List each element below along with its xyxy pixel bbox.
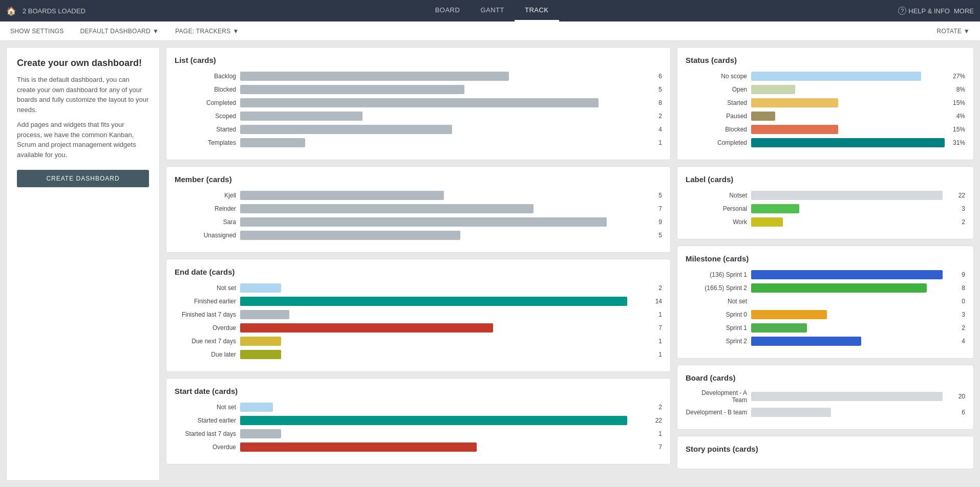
startdate-row: Not set 2 — [175, 403, 662, 412]
milestone-row: (136) Sprint 1 9 — [686, 270, 965, 279]
left-panel-title: Create your own dashboard! — [17, 58, 149, 69]
status-row: Open 8% — [686, 85, 965, 94]
enddate-row: Finished earlier 14 — [175, 297, 662, 306]
chevron-down-icon-2: ▼ — [233, 28, 239, 35]
create-dashboard-button[interactable]: CREATE DASHBOARD — [17, 170, 149, 187]
help-info-button[interactable]: ? HELP & INFO — [898, 7, 950, 15]
home-icon[interactable]: 🏠 — [6, 6, 16, 16]
board-row: Development - B team 6 — [686, 408, 965, 417]
tab-board[interactable]: BOARD — [425, 0, 471, 21]
show-settings-button[interactable]: SHOW SETTINGS — [6, 26, 68, 37]
list-row: Scoped 2 — [175, 112, 662, 121]
page-trackers-button[interactable]: PAGE: TRACKERS ▼ — [171, 26, 243, 37]
help-icon: ? — [898, 7, 906, 15]
startdate-cards-widget: Start date (cards) Not set 2 Started ear… — [166, 378, 671, 464]
center-panel: List (cards) Backlog 6 Blocked 5 Complet… — [166, 47, 671, 481]
sub-nav: SHOW SETTINGS DEFAULT DASHBOARD ▼ PAGE: … — [0, 21, 980, 41]
enddate-row: Finished last 7 days 1 — [175, 310, 662, 319]
board-cards-widget: Board (cards) Development - A Team 20 De… — [677, 365, 974, 430]
enddate-cards-widget: End date (cards) Not set 2 Finished earl… — [166, 259, 671, 372]
enddate-row: Overdue 7 — [175, 323, 662, 333]
status-row: No scope 27% — [686, 72, 965, 81]
tab-gantt[interactable]: GANTT — [470, 0, 515, 21]
status-row: Blocked 15% — [686, 125, 965, 134]
storypoints-cards-title: Story points (cards) — [686, 445, 965, 453]
status-row: Started 15% — [686, 98, 965, 107]
member-row: Kjell 5 — [175, 191, 662, 200]
startdate-row: Started last 7 days 1 — [175, 429, 662, 438]
label-cards-title: Label (cards) — [686, 175, 965, 184]
tab-track[interactable]: TRACK — [515, 0, 559, 21]
list-cards-widget: List (cards) Backlog 6 Blocked 5 Complet… — [166, 47, 671, 160]
list-cards-title: List (cards) — [175, 56, 662, 64]
left-panel-desc1: This is the default dashboard, you can c… — [17, 75, 149, 115]
milestone-row: Sprint 0 3 — [686, 310, 965, 319]
default-dashboard-label: DEFAULT DASHBOARD — [80, 28, 151, 35]
board-row: Development - A Team 20 — [686, 389, 965, 404]
chevron-down-icon: ▼ — [153, 28, 159, 35]
boards-loaded-label: 2 BOARDS LOADED — [23, 7, 86, 15]
storypoints-cards-widget: Story points (cards) — [677, 436, 974, 469]
page-trackers-label: PAGE: TRACKERS — [175, 28, 230, 35]
enddate-cards-title: End date (cards) — [175, 268, 662, 276]
right-nav: ? HELP & INFO MORE — [898, 7, 974, 15]
rotate-button[interactable]: ROTATE ▼ — [933, 26, 974, 37]
member-row: Reinder 7 — [175, 204, 662, 213]
help-label: HELP & INFO — [908, 7, 950, 15]
list-row: Completed 8 — [175, 98, 662, 107]
enddate-row: Due later 1 — [175, 350, 662, 359]
startdate-cards-title: Start date (cards) — [175, 387, 662, 395]
more-button[interactable]: MORE — [954, 7, 974, 15]
member-cards-widget: Member (cards) Kjell 5 Reinder 7 Sara 9 … — [166, 166, 671, 253]
left-panel: Create your own dashboard! This is the d… — [6, 47, 160, 481]
list-row: Backlog 6 — [175, 72, 662, 81]
default-dashboard-button[interactable]: DEFAULT DASHBOARD ▼ — [76, 26, 163, 37]
enddate-row: Not set 2 — [175, 283, 662, 293]
label-row: Notset 22 — [686, 191, 965, 200]
milestone-cards-widget: Milestone (cards) (136) Sprint 1 9 (166.… — [677, 246, 974, 359]
startdate-row: Overdue 7 — [175, 442, 662, 452]
main-content: Create your own dashboard! This is the d… — [0, 41, 980, 487]
status-row: Paused 4% — [686, 112, 965, 121]
member-row: Sara 9 — [175, 217, 662, 227]
list-row: Started 4 — [175, 125, 662, 134]
milestone-row: Not set 0 — [686, 297, 965, 306]
nav-tabs: BOARD GANTT TRACK — [425, 0, 559, 21]
member-row: Unassigned 5 — [175, 231, 662, 240]
list-row: Blocked 5 — [175, 85, 662, 94]
milestone-row: Sprint 2 4 — [686, 337, 965, 346]
status-cards-title: Status (cards) — [686, 56, 965, 64]
milestone-row: (166.5) Sprint 2 8 — [686, 283, 965, 293]
top-nav: 🏠 2 BOARDS LOADED BOARD GANTT TRACK ? HE… — [0, 0, 980, 21]
list-row: Templates 1 — [175, 138, 662, 147]
startdate-row: Started earlier 22 — [175, 416, 662, 425]
board-cards-title: Board (cards) — [686, 373, 965, 382]
left-panel-desc2: Add pages and widgets that fits your pro… — [17, 120, 149, 160]
label-cards-widget: Label (cards) Notset 22 Personal 3 Work … — [677, 166, 974, 239]
member-cards-title: Member (cards) — [175, 175, 662, 184]
list-cards-rows: Backlog 6 Blocked 5 Completed 8 Scoped — [175, 72, 662, 147]
right-panel: Status (cards) No scope 27% Open 8% Star… — [677, 47, 974, 481]
status-cards-widget: Status (cards) No scope 27% Open 8% Star… — [677, 47, 974, 160]
milestone-row: Sprint 1 2 — [686, 323, 965, 333]
label-row: Personal 3 — [686, 204, 965, 213]
label-row: Work 2 — [686, 217, 965, 227]
enddate-row: Due next 7 days 1 — [175, 337, 662, 346]
status-row: Completed 31% — [686, 138, 965, 147]
milestone-cards-title: Milestone (cards) — [686, 254, 965, 263]
